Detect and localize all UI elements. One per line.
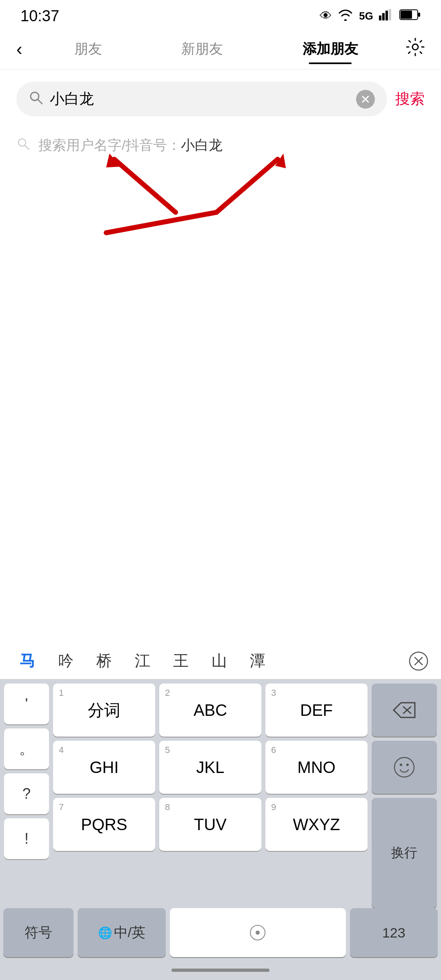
key-def[interactable]: 3 DEF <box>265 684 368 737</box>
signal-5g-icon: 5G <box>359 10 373 22</box>
svg-point-28 <box>256 931 260 935</box>
search-icon <box>29 90 43 108</box>
punct-period[interactable]: 。 <box>4 728 49 769</box>
keyboard-bottom-row: 符号 🌐 中/英 123 <box>0 908 441 964</box>
search-clear-button[interactable] <box>356 90 375 109</box>
wifi-icon <box>338 9 353 24</box>
right-special-keys: 换行 <box>372 684 437 908</box>
svg-rect-6 <box>418 13 420 17</box>
search-bar-container: 小白龙 搜索 <box>16 82 425 116</box>
home-indicator <box>0 964 441 980</box>
suggestion-label: 搜索用户名字/抖音号：小白龙 <box>38 136 223 155</box>
tab-add-friends[interactable]: 添加朋友 <box>294 36 366 62</box>
back-button[interactable]: ‹ <box>16 39 22 59</box>
svg-rect-0 <box>379 16 381 20</box>
search-suggestion[interactable]: 搜索用户名字/抖音号：小白龙 <box>0 125 441 166</box>
tab-new-friends[interactable]: 新朋友 <box>173 36 231 62</box>
svg-rect-3 <box>389 9 391 20</box>
globe-icon: 🌐 <box>98 926 112 940</box>
settings-icon[interactable] <box>406 38 425 60</box>
svg-line-13 <box>25 145 29 149</box>
key-tuv[interactable]: 8 TUV <box>159 798 261 851</box>
svg-rect-2 <box>385 11 388 20</box>
key-row-3: 7 PQRS 8 TUV 9 WXYZ <box>53 798 368 851</box>
nav-tabs: 朋友 新朋友 添加朋友 <box>35 36 398 62</box>
svg-point-24 <box>394 757 414 777</box>
key-fenci[interactable]: 1 分词 <box>53 684 155 737</box>
suggestion-search-icon <box>16 137 30 154</box>
svg-line-18 <box>106 212 216 233</box>
candidate-bar: 马 吟 桥 江 王 山 潭 <box>0 643 441 679</box>
candidate-qiao[interactable]: 桥 <box>85 646 123 675</box>
signal-bars-icon <box>379 9 394 23</box>
emoji-key[interactable] <box>372 741 437 794</box>
punct-question[interactable]: ? <box>4 773 49 814</box>
candidate-tan[interactable]: 潭 <box>238 646 277 675</box>
key-mno[interactable]: 6 MNO <box>265 741 368 794</box>
key-abc[interactable]: 2 ABC <box>159 684 261 737</box>
enter-key[interactable]: 换行 <box>372 798 437 908</box>
key-row-1: 1 分词 2 ABC 3 DEF <box>53 684 368 737</box>
svg-line-16 <box>216 159 278 212</box>
tab-friends[interactable]: 朋友 <box>66 36 110 62</box>
nav-header: ‹ 朋友 新朋友 添加朋友 <box>0 29 441 69</box>
backspace-key[interactable] <box>372 684 437 737</box>
status-icons: 👁 5G <box>320 9 421 24</box>
key-pqrs[interactable]: 7 PQRS <box>53 798 155 851</box>
key-jkl[interactable]: 5 JKL <box>159 741 261 794</box>
punct-column: ' 。 ? ! <box>4 684 49 908</box>
candidate-ma[interactable]: 马 <box>8 646 47 675</box>
search-button[interactable]: 搜索 <box>395 89 425 109</box>
candidate-shan[interactable]: 山 <box>200 646 238 675</box>
candidate-jiang[interactable]: 江 <box>123 646 162 675</box>
search-area: 小白龙 搜索 <box>0 69 441 125</box>
status-bar: 10:37 👁 5G <box>0 0 441 29</box>
key-wxyz[interactable]: 9 WXYZ <box>265 798 368 851</box>
battery-icon <box>399 9 421 23</box>
main-key-grid: 1 分词 2 ABC 3 DEF 4 GHI 5 <box>53 684 368 908</box>
fuhao-key[interactable]: 符号 <box>3 908 74 957</box>
svg-point-7 <box>412 44 418 50</box>
key-ghi[interactable]: 4 GHI <box>53 741 155 794</box>
status-time: 10:37 <box>20 7 59 25</box>
keyboard-area: 马 吟 桥 江 王 山 潭 ' 。 ? ! 1 <box>0 643 441 980</box>
svg-line-9 <box>38 100 42 104</box>
lang-switch-key[interactable]: 🌐 中/英 <box>78 908 165 957</box>
key-row-2: 4 GHI 5 JKL 6 MNO <box>53 741 368 794</box>
space-key[interactable] <box>170 908 346 957</box>
svg-point-26 <box>406 764 409 766</box>
candidate-wang[interactable]: 王 <box>162 646 200 675</box>
keyboard-main: ' 。 ? ! 1 分词 2 ABC 3 DEF <box>0 679 441 908</box>
svg-point-25 <box>400 764 402 766</box>
search-input[interactable]: 小白龙 <box>50 89 350 109</box>
home-bar <box>172 969 270 972</box>
candidate-delete-button[interactable] <box>404 647 433 675</box>
eye-icon: 👁 <box>320 9 332 23</box>
search-bar[interactable]: 小白龙 <box>16 82 387 116</box>
punct-apostrophe[interactable]: ' <box>4 684 49 724</box>
candidate-yin[interactable]: 吟 <box>47 646 85 675</box>
svg-line-14 <box>114 159 176 212</box>
svg-rect-5 <box>401 11 412 19</box>
punct-exclaim[interactable]: ! <box>4 818 49 859</box>
svg-rect-1 <box>382 13 385 20</box>
num-switch-key[interactable]: 123 <box>350 908 438 957</box>
